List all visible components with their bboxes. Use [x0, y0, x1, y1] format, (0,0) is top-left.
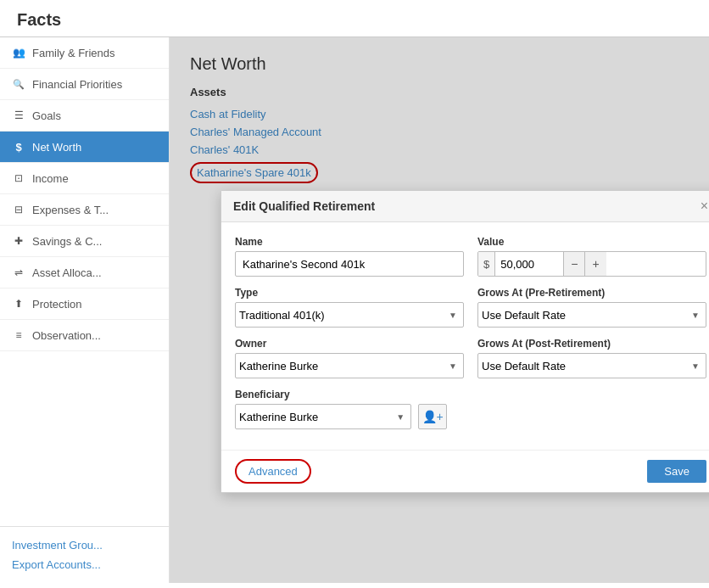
sidebar-item-goals[interactable]: Goals: [0, 100, 169, 132]
form-group-type: Type Traditional 401(k) Roth 401(k) 403(…: [235, 287, 464, 328]
sidebar-item-protection[interactable]: Protection: [0, 288, 169, 320]
sidebar-item-label: Financial Priorities: [32, 78, 122, 91]
value-label: Value: [477, 236, 706, 248]
grows-post-select[interactable]: Use Default Rate Custom Rate: [477, 353, 706, 378]
beneficiary-select-wrapper: Katherine Burke Charles Burke: [235, 404, 411, 429]
grows-post-select-wrapper: Use Default Rate Custom Rate: [477, 353, 706, 378]
sidebar-item-label: Income: [32, 172, 69, 185]
page-container: Facts Family & Friends Financial Priorit…: [0, 0, 709, 588]
goals-icon: [12, 109, 25, 122]
grows-pre-select-wrapper: Use Default Rate Custom Rate: [477, 302, 706, 328]
sidebar-item-label: Observation...: [32, 329, 101, 342]
form-group-grows-post: Grows At (Post-Retirement) Use Default R…: [477, 338, 706, 378]
investment-groups-link[interactable]: Investment Grou...: [12, 535, 157, 555]
name-input[interactable]: [235, 251, 464, 277]
sidebar-item-label: Asset Alloca...: [32, 266, 102, 279]
type-select[interactable]: Traditional 401(k) Roth 401(k) 403(b) 45…: [235, 302, 464, 328]
modal-header: Edit Qualified Retirement ×: [221, 191, 709, 222]
form-group-grows-pre: Grows At (Pre-Retirement) Use Default Ra…: [477, 287, 706, 328]
sidebar-item-family-friends[interactable]: Family & Friends: [0, 37, 169, 69]
sidebar-bottom: Investment Grou... Export Accounts...: [0, 526, 169, 583]
sidebar-item-expenses[interactable]: Expenses & T...: [0, 194, 169, 226]
sidebar: Family & Friends Financial Priorities Go…: [0, 37, 170, 583]
grows-pre-label: Grows At (Pre-Retirement): [477, 287, 706, 299]
page-title: Facts: [17, 10, 692, 30]
protection-icon: [12, 297, 25, 311]
modal-edit-qualified-retirement: Edit Qualified Retirement × Name Value: [221, 190, 709, 493]
modal-footer: Advanced Save: [221, 450, 709, 492]
sidebar-item-observations[interactable]: Observation...: [0, 320, 169, 351]
sidebar-item-income[interactable]: Income: [0, 163, 169, 194]
value-plus-button[interactable]: +: [584, 252, 606, 276]
sidebar-item-label: Savings & C...: [32, 235, 102, 248]
grows-post-label: Grows At (Post-Retirement): [477, 338, 706, 350]
add-person-button[interactable]: 👤+: [418, 404, 447, 429]
allocation-icon: [12, 266, 25, 279]
person-plus-icon: 👤+: [422, 410, 444, 423]
sidebar-item-label: Expenses & T...: [32, 204, 109, 216]
savings-icon: [12, 234, 25, 248]
sidebar-item-label: Protection: [32, 298, 82, 311]
sidebar-item-savings[interactable]: Savings & C...: [0, 226, 169, 257]
beneficiary-select[interactable]: Katherine Burke Charles Burke: [235, 404, 411, 429]
owner-select-wrapper: Katherine Burke Charles Burke: [235, 353, 464, 378]
sidebar-item-asset-allocation[interactable]: Asset Alloca...: [0, 257, 169, 288]
people-icon: [12, 46, 25, 59]
save-button[interactable]: Save: [647, 460, 706, 483]
type-label: Type: [235, 287, 464, 299]
form-row-type-grows-pre: Type Traditional 401(k) Roth 401(k) 403(…: [235, 287, 706, 328]
dollar-icon: [12, 140, 25, 154]
name-label: Name: [235, 236, 464, 248]
value-prefix: $: [478, 252, 495, 276]
observations-icon: [12, 328, 25, 342]
export-accounts-link[interactable]: Export Accounts...: [12, 555, 157, 574]
income-icon: [12, 171, 25, 185]
advanced-button[interactable]: Advanced: [235, 459, 311, 484]
modal-body: Name Value $ − +: [221, 222, 709, 450]
form-group-owner: Owner Katherine Burke Charles Burke: [235, 338, 464, 378]
main-layout: Family & Friends Financial Priorities Go…: [0, 37, 709, 583]
owner-label: Owner: [235, 338, 464, 350]
form-group-beneficiary: Beneficiary Katherine Burke Charles Burk…: [235, 389, 447, 429]
value-input-group: $ − +: [477, 251, 706, 277]
form-row-owner-grows-post: Owner Katherine Burke Charles Burke Grow…: [235, 338, 706, 378]
modal-close-button[interactable]: ×: [701, 199, 708, 213]
modal-title: Edit Qualified Retirement: [233, 199, 375, 213]
grows-pre-select[interactable]: Use Default Rate Custom Rate: [477, 302, 706, 328]
page-header: Facts: [0, 0, 709, 37]
search-icon: [12, 77, 25, 91]
expenses-icon: [12, 203, 25, 216]
form-row-beneficiary: Beneficiary Katherine Burke Charles Burk…: [235, 389, 706, 429]
sidebar-item-label: Family & Friends: [32, 47, 115, 59]
form-group-name: Name: [235, 236, 464, 277]
value-minus-button[interactable]: −: [563, 252, 584, 276]
sidebar-item-net-worth[interactable]: Net Worth: [0, 132, 169, 163]
owner-select[interactable]: Katherine Burke Charles Burke: [235, 353, 464, 378]
sidebar-item-financial-priorities[interactable]: Financial Priorities: [0, 69, 169, 100]
sidebar-item-label: Net Worth: [32, 141, 81, 154]
type-select-wrapper: Traditional 401(k) Roth 401(k) 403(b) 45…: [235, 302, 464, 328]
sidebar-item-label: Goals: [32, 109, 61, 122]
form-row-name-value: Name Value $ − +: [235, 236, 706, 277]
value-input[interactable]: [495, 252, 563, 276]
content-area: Net Worth Assets Cash at Fidelity Charle…: [170, 37, 709, 583]
form-group-value: Value $ − +: [477, 236, 706, 277]
beneficiary-label: Beneficiary: [235, 389, 447, 400]
beneficiary-row: Katherine Burke Charles Burke 👤+: [235, 404, 447, 429]
